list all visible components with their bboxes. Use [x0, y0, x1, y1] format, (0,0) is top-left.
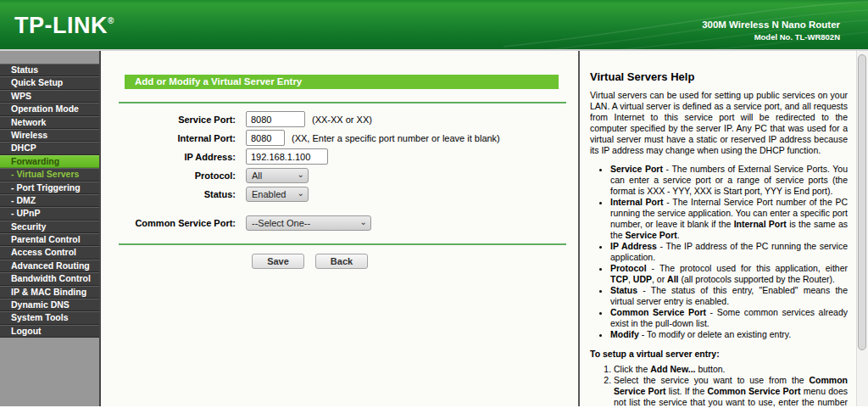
protocol-select-wrap: All⌄: [246, 167, 309, 183]
sidebar-item-upnp[interactable]: - UPnP: [0, 207, 99, 220]
sidebar-item-network[interactable]: Network: [0, 116, 99, 129]
service-port-label: Service Port:: [101, 115, 236, 125]
form-buttons: SaveBack: [252, 254, 578, 269]
form-control: All⌄: [246, 167, 309, 183]
divider-top: [119, 102, 566, 103]
ip-address-label: IP Address:: [101, 152, 236, 162]
help-ol-list: Click the Add New... button.Select the s…: [590, 364, 848, 408]
status-select[interactable]: Enabled: [246, 187, 309, 202]
help-scrollbar[interactable]: [856, 51, 868, 406]
help-scrollbar-thumb[interactable]: [858, 54, 866, 350]
sidebar-item-dhcp[interactable]: DHCP: [0, 142, 99, 154]
form-row: Protocol:All⌄: [101, 167, 578, 183]
status-select-wrap: Enabled⌄: [246, 186, 309, 202]
help-list-item: Click the Add New... button.: [614, 364, 848, 375]
tp-link-logo: TP-LINK®: [14, 13, 114, 39]
common-service-port-select[interactable]: --Select One--: [246, 215, 371, 231]
sidebar-item-ip-mac-binding[interactable]: IP & MAC Binding: [0, 286, 99, 299]
content-panel: Add or Modify a Virtual Server Entry Ser…: [101, 51, 580, 406]
sidebar-item-wireless[interactable]: Wireless: [0, 129, 99, 142]
sidebar-item-access-control[interactable]: Access Control: [0, 246, 99, 259]
sidebar-item-security[interactable]: Security: [0, 221, 99, 233]
sidebar: StatusQuick SetupWPSOperation ModeNetwor…: [0, 51, 101, 406]
form-control: [246, 148, 328, 165]
sidebar-item-wps[interactable]: WPS: [0, 90, 99, 103]
form-row: Internal Port:(XX, Enter a specific port…: [101, 130, 578, 146]
service-port-hint: (XX-XX or XX): [312, 115, 372, 125]
header: TP-LINK® 300M Wireless N Nano Router Mod…: [0, 0, 868, 51]
common-service-port-select-wrap: --Select One--⌄: [246, 215, 371, 231]
page-title: Add or Modify a Virtual Server Entry: [125, 75, 559, 89]
form-row: Service Port:(XX-XX or XX): [101, 111, 578, 127]
internal-port-label: Internal Port:: [101, 133, 236, 143]
sidebar-item-dmz[interactable]: - DMZ: [0, 194, 99, 207]
help-title: Virtual Servers Help: [590, 71, 848, 82]
help-paragraph: Virtual servers can be used for setting …: [590, 90, 848, 156]
protocol-select[interactable]: All: [246, 168, 309, 183]
sidebar-item-parental-control[interactable]: Parental Control: [0, 233, 99, 246]
form-rows: Service Port:(XX-XX or XX)Internal Port:…: [101, 111, 578, 231]
help-section-heading: To setup a virtual server entry:: [590, 349, 848, 360]
form-control: [246, 130, 285, 146]
help-list-item: Status - The status of this entry, "Enab…: [610, 285, 848, 307]
help-ul-list: Service Port - The numbers of External S…: [590, 164, 848, 340]
service-port-input[interactable]: [246, 111, 305, 127]
sidebar-item-bandwidth-control[interactable]: Bandwidth Control: [0, 272, 99, 285]
help-list-item: Select the service you want to use from …: [614, 375, 848, 408]
help-list-item: Common Service Port - Some common servic…: [610, 307, 848, 329]
sidebar-item-operation-mode[interactable]: Operation Mode: [0, 103, 99, 115]
sidebar-item-logout[interactable]: Logout: [0, 325, 99, 338]
sidebar-menu: StatusQuick SetupWPSOperation ModeNetwor…: [0, 64, 99, 338]
product-name: 300M Wireless N Nano Router: [702, 20, 840, 30]
form-control: --Select One--⌄: [246, 215, 371, 231]
ip-address-input[interactable]: [246, 148, 328, 165]
form-control: Enabled⌄: [246, 186, 309, 202]
registered-trademark-icon: ®: [108, 16, 114, 25]
main-area: StatusQuick SetupWPSOperation ModeNetwor…: [0, 51, 868, 406]
form-row: Status:Enabled⌄: [101, 186, 578, 202]
help-list-item: IP Address - The IP address of the PC ru…: [610, 241, 848, 263]
header-product-info: 300M Wireless N Nano Router Model No. TL…: [702, 20, 840, 42]
help-list-item: Modify - To modify or delete an existing…: [610, 329, 848, 340]
help-content: Virtual Servers Help Virtual servers can…: [580, 51, 868, 408]
model-number: Model No. TL-WR802N: [702, 32, 840, 42]
help-list-item: Internal Port - The Internal Service Por…: [610, 197, 848, 241]
sidebar-item-port-triggering[interactable]: - Port Triggering: [0, 182, 99, 194]
help-list-item: Protocol - The protocol used for this ap…: [610, 263, 848, 285]
divider-bottom: [119, 243, 566, 245]
sidebar-item-forwarding[interactable]: Forwarding: [0, 155, 99, 168]
sidebar-item-virtual-servers[interactable]: - Virtual Servers: [0, 168, 99, 181]
sidebar-item-advanced-routing[interactable]: Advanced Routing: [0, 260, 99, 272]
form-row: IP Address:: [101, 148, 578, 165]
common-service-port-label: Common Service Port:: [101, 218, 236, 228]
sidebar-item-quick-setup[interactable]: Quick Setup: [0, 76, 99, 89]
protocol-label: Protocol:: [101, 170, 236, 181]
back-button[interactable]: Back: [315, 254, 368, 269]
form-row: Common Service Port:--Select One--⌄: [101, 215, 578, 231]
sidebar-item-status[interactable]: Status: [0, 64, 99, 76]
help-list-item: Service Port - The numbers of External S…: [610, 164, 848, 197]
help-panel: Virtual Servers Help Virtual servers can…: [580, 51, 868, 406]
help-blocks: Virtual servers can be used for setting …: [590, 90, 848, 408]
status-label: Status:: [101, 189, 236, 199]
internal-port-input[interactable]: [246, 130, 285, 146]
sidebar-item-dynamic-dns[interactable]: Dynamic DNS: [0, 299, 99, 311]
form-control: [246, 111, 305, 127]
save-button[interactable]: Save: [252, 254, 304, 269]
internal-port-hint: (XX, Enter a specific port number or lea…: [292, 133, 500, 143]
sidebar-item-system-tools[interactable]: System Tools: [0, 311, 99, 324]
